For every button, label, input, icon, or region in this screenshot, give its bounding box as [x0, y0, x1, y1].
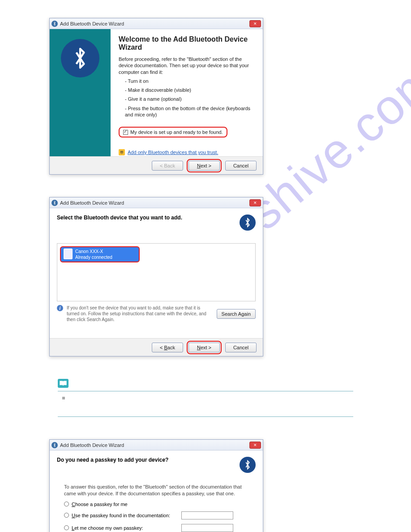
radio-choose-for-me[interactable]: Choose a passkey for me	[64, 502, 256, 507]
radio-let-me-choose[interactable]: Let me choose my own passkey:	[64, 524, 256, 532]
window-title: Add Bluetooth Device Wizard	[60, 200, 124, 206]
button-row: < Back Next > Cancel	[50, 156, 263, 174]
bluetooth-icon	[51, 200, 58, 206]
device-list[interactable]: Canon XXX-X Already connected	[57, 243, 256, 301]
checkbox-label[interactable]: My device is set up and ready to be foun…	[130, 129, 223, 135]
bullet-marker	[62, 397, 65, 399]
cancel-button[interactable]: Cancel	[225, 161, 257, 171]
radio-label: Use the passkey found in the documentati…	[72, 513, 170, 518]
trust-link[interactable]: Add only Bluetooth devices that you trus…	[128, 150, 218, 155]
radio-icon[interactable]	[64, 525, 69, 530]
bullet-item: - Press the button on the bottom of the …	[125, 105, 255, 118]
close-button[interactable]: ✕	[249, 199, 261, 206]
page-heading: Welcome to the Add Bluetooth Device Wiza…	[119, 35, 255, 51]
divider	[58, 391, 353, 391]
back-button[interactable]: < Back	[152, 343, 183, 352]
book-icon	[58, 379, 68, 388]
note-section	[58, 379, 353, 417]
close-button[interactable]: ✕	[249, 20, 261, 27]
radio-icon[interactable]	[64, 513, 69, 518]
dialog-select-device: Add Bluetooth Device Wizard ✕ Select the…	[49, 197, 263, 356]
dialog-passkey: Add Bluetooth Device Wizard ✕ Do you nee…	[49, 439, 263, 532]
banner-panel	[50, 29, 111, 156]
page-heading: Do you need a passkey to add your device…	[57, 457, 168, 463]
info-icon: i	[57, 305, 63, 311]
button-row: < Back Next > Cancel	[50, 338, 263, 356]
device-item-highlight[interactable]: Canon XXX-X Already connected	[60, 246, 140, 262]
radio-use-documentation[interactable]: Use the passkey found in the documentati…	[64, 511, 256, 519]
radio-label: Let me choose my own passkey:	[72, 525, 143, 531]
device-status: Already connected	[75, 254, 112, 260]
bluetooth-icon	[51, 21, 58, 27]
titlebar: Add Bluetooth Device Wizard ✕	[50, 440, 263, 450]
back-button: < Back	[152, 161, 183, 171]
search-again-button[interactable]: Search Again	[217, 309, 256, 319]
device-name: Canon XXX-X	[75, 249, 112, 254]
shield-icon: ⛨	[119, 149, 125, 155]
passkey-own-input[interactable]	[181, 524, 233, 532]
titlebar: Add Bluetooth Device Wizard ✕	[50, 197, 263, 208]
radio-icon[interactable]	[64, 502, 69, 506]
bluetooth-logo	[240, 215, 256, 231]
intro-text: To answer this question, refer to the "B…	[64, 484, 248, 497]
bullet-item: - Give it a name (optional)	[125, 96, 255, 102]
dialog-welcome: Add Bluetooth Device Wizard ✕ Welcome to…	[49, 18, 263, 175]
checkbox-icon[interactable]	[123, 130, 128, 135]
bluetooth-logo	[61, 39, 99, 77]
window-title: Add Bluetooth Device Wizard	[60, 21, 124, 26]
bluetooth-icon	[51, 442, 58, 448]
bullet-item: - Make it discoverable (visible)	[125, 87, 255, 93]
bullet-item: - Turn it on	[125, 78, 255, 84]
passkey-doc-input[interactable]	[181, 511, 233, 519]
next-button-highlight: Next >	[187, 341, 222, 354]
next-button[interactable]: Next >	[188, 343, 220, 352]
info-text: If you don't see the device that you wan…	[67, 305, 213, 322]
next-button[interactable]: Next >	[188, 161, 220, 171]
next-button-highlight: Next >	[187, 159, 222, 172]
titlebar: Add Bluetooth Device Wizard ✕	[50, 18, 263, 29]
intro-text: Before proceeding, refer to the "Bluetoo…	[119, 56, 255, 75]
radio-label: Choose a passkey for me	[72, 502, 128, 507]
page-heading: Select the Bluetooth device that you wan…	[57, 215, 182, 221]
device-ready-checkbox-highlight: My device is set up and ready to be foun…	[119, 127, 227, 137]
window-title: Add Bluetooth Device Wizard	[60, 442, 124, 448]
bluetooth-logo	[240, 457, 256, 473]
printer-icon	[64, 249, 73, 259]
close-button[interactable]: ✕	[249, 442, 261, 449]
cancel-button[interactable]: Cancel	[225, 343, 257, 352]
divider	[58, 416, 353, 417]
